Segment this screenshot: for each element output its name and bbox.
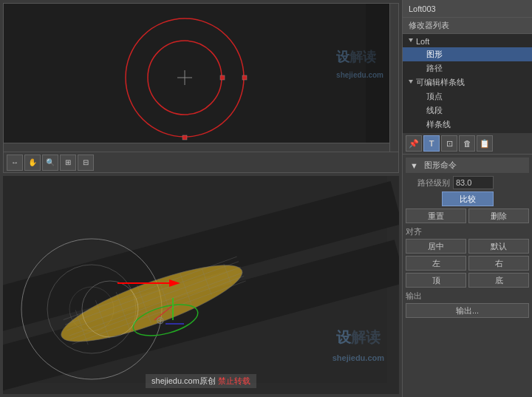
modifier-vertex[interactable]: 顶点 [403, 89, 532, 104]
top-button[interactable]: 顶 [406, 273, 466, 288]
default-button[interactable]: 默认 [468, 239, 529, 254]
v-scrollbar[interactable] [389, 4, 398, 152]
bottom-button[interactable]: 底 [468, 273, 529, 288]
text-icon-btn[interactable]: T [423, 135, 440, 152]
reset-button[interactable]: 重置 [406, 208, 466, 223]
center-default-row: 居中 默认 [406, 239, 529, 254]
modifier-path[interactable]: 路径 [403, 61, 532, 75]
path-level-label: 路径级别 [406, 177, 450, 189]
output-row: 输出... [406, 303, 529, 318]
delete-button[interactable]: 删除 [468, 208, 529, 223]
modifier-list: Loft 图形 路径 可编辑样条线 顶点 [403, 34, 532, 133]
bottom-label: shejiedu.com原创 禁止转载 [146, 374, 256, 388]
viewport-toolbar: ↔ ✋ 🔍 ⊞ ⊟ [4, 152, 398, 172]
top-viewport[interactable]: 设解读 shejiedu.com ↔ ✋ 🔍 ⊞ ⊟ [3, 3, 399, 173]
modifier-shape[interactable]: 图形 [403, 47, 532, 61]
spline-triangle [409, 80, 413, 86]
panel-title: Loft003 [403, 0, 532, 18]
center-button[interactable]: 居中 [406, 239, 466, 254]
modifier-loft[interactable]: Loft [403, 35, 532, 47]
paste-icon-btn[interactable]: 📋 [477, 135, 493, 152]
align-label: 对齐 [406, 226, 529, 237]
h-scrollbar[interactable] [4, 143, 398, 152]
viewport-area: 设解读 shejiedu.com ↔ ✋ 🔍 ⊞ ⊟ [0, 0, 402, 397]
pin-icon-btn[interactable]: 📌 [406, 135, 422, 152]
main-container: 设解读 shejiedu.com ↔ ✋ 🔍 ⊞ ⊟ [0, 0, 532, 397]
props-panel: ▼ 图形命令 路径级别 比较 重置 删除 对齐 居中 默认 [403, 155, 532, 397]
loft-triangle [409, 38, 413, 44]
title-text: Loft003 [409, 4, 436, 13]
extra-btn[interactable]: ⊟ [78, 155, 94, 171]
pan-btn[interactable]: ↔ [7, 155, 23, 171]
path-level-input[interactable] [453, 176, 494, 189]
shape-command-title[interactable]: ▼ 图形命令 [406, 157, 529, 173]
compare-row: 比较 [406, 191, 529, 206]
scene-3d-canvas: ⊕ [3, 176, 399, 394]
left-right-row: 左 右 [406, 256, 529, 271]
bottom-viewport[interactable]: ⊕ 设解读 shejiedu.com shejiedu.com原创 禁止转载 [3, 176, 399, 394]
svg-rect-7 [220, 75, 225, 80]
path-level-row: 路径级别 [406, 176, 529, 189]
box-icon-btn[interactable]: ⊡ [441, 135, 457, 152]
zoom-btn[interactable]: 🔍 [42, 155, 58, 171]
modifier-spline[interactable]: 样条线 [403, 118, 532, 132]
output-button[interactable]: 输出... [406, 303, 529, 318]
compare-button[interactable]: 比较 [442, 191, 494, 206]
svg-text:⊕: ⊕ [156, 314, 165, 326]
modifier-editable-spline[interactable]: 可编辑样条线 [403, 75, 532, 89]
hand-btn[interactable]: ✋ [24, 155, 41, 171]
expand-triangle: ▼ [410, 161, 418, 170]
svg-rect-6 [183, 135, 187, 140]
svg-rect-5 [242, 75, 247, 80]
right-button[interactable]: 右 [468, 256, 529, 271]
icon-toolbar: 📌 T ⊡ 🗑 📋 [403, 133, 532, 155]
right-panel: Loft003 修改器列表 Loft 图形 路径 [402, 0, 532, 397]
output-label: 输出 [406, 291, 529, 302]
modifier-list-title: 修改器列表 [403, 18, 532, 34]
modifier-segment[interactable]: 线段 [403, 104, 532, 118]
grid-btn[interactable]: ⊞ [60, 155, 76, 171]
reset-delete-row: 重置 删除 [406, 208, 529, 223]
delete-icon-btn[interactable]: 🗑 [459, 135, 475, 152]
left-button[interactable]: 左 [406, 256, 466, 271]
circle-canvas [4, 4, 366, 166]
top-bottom-row: 顶 底 [406, 273, 529, 288]
